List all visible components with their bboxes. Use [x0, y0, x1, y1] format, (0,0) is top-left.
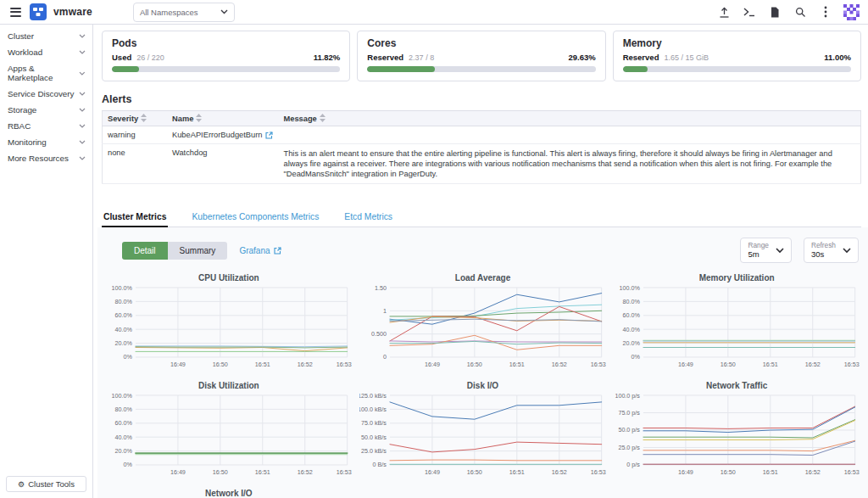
- svg-text:16:53: 16:53: [590, 361, 605, 368]
- svg-text:16:49: 16:49: [678, 468, 693, 476]
- progress-fill: [112, 66, 139, 72]
- svg-text:60.0%: 60.0%: [623, 312, 641, 320]
- svg-text:16:49: 16:49: [170, 468, 186, 476]
- namespace-filter[interactable]: All Namespaces: [133, 3, 235, 22]
- alerts-col-message[interactable]: Message: [278, 111, 860, 126]
- svg-text:16:52: 16:52: [805, 468, 821, 476]
- svg-text:0: 0: [383, 354, 387, 361]
- sidebar-item-storage[interactable]: Storage: [0, 102, 92, 118]
- svg-text:16:51: 16:51: [763, 468, 778, 476]
- sidebar-nav: ClusterWorkloadApps & MarketplaceService…: [0, 25, 92, 166]
- alert-severity: none: [103, 144, 168, 184]
- detail-button[interactable]: Detail: [122, 242, 168, 260]
- card-metric-row: Reserved2.37 / 829.63%: [367, 53, 595, 62]
- chart-network-i-o: Network I/O60.0 kB/s50.0 kB/s40.0 kB/s30…: [105, 489, 353, 498]
- gear-icon: ⚙: [18, 480, 25, 489]
- chart-title: Network Traffic: [613, 381, 860, 390]
- svg-text:16:50: 16:50: [721, 361, 736, 368]
- chart-network-traffic: Network Traffic100.0 p/s75.0 p/s50.0 p/s…: [613, 381, 860, 477]
- alert-name-label: KubeAPIErrorBudgetBurn: [172, 131, 262, 139]
- alerts-title: Alerts: [102, 93, 861, 105]
- refresh-dropdown[interactable]: Refresh 30s: [804, 238, 859, 263]
- search-icon[interactable]: [791, 3, 810, 21]
- brand-label: vmware: [53, 6, 92, 18]
- card-metric-row: Reserved1.65 / 15 GiB11.00%: [623, 53, 851, 62]
- external-link-icon[interactable]: [265, 131, 273, 139]
- svg-text:16:51: 16:51: [509, 361, 524, 368]
- chevron-down-icon: [776, 248, 784, 254]
- sidebar-item-cluster[interactable]: Cluster: [0, 28, 92, 44]
- chevron-down-icon: [843, 248, 851, 254]
- svg-text:16:53: 16:53: [590, 468, 605, 476]
- rancher-logo-icon[interactable]: [30, 3, 47, 20]
- progress-bar: [623, 66, 851, 72]
- sidebar-item-workload[interactable]: Workload: [0, 44, 92, 60]
- alert-name-label: Watchdog: [172, 148, 208, 157]
- file-icon[interactable]: [765, 3, 784, 21]
- series-load-6: [390, 319, 602, 322]
- cluster-tools-button[interactable]: ⚙ Cluster Tools: [6, 476, 86, 492]
- series-load-3: [390, 311, 602, 317]
- progress-bar: [112, 66, 340, 72]
- sidebar-item-monitoring[interactable]: Monitoring: [0, 134, 92, 150]
- external-link-icon: [274, 247, 281, 255]
- chart-plot-network-traffic: 100.0 p/s75.0 p/s50.0 p/s25.0 p/s0 p/s16…: [613, 392, 860, 477]
- tab-kubernetes-components-metrics[interactable]: Kubernetes Components Metrics: [190, 210, 320, 227]
- alerts-col-name[interactable]: Name: [167, 111, 278, 126]
- chevron-down-icon: [79, 124, 86, 128]
- chart-cpu-utilization: CPU Utilization100.0%80.0%60.0%40.0%20.0…: [105, 273, 353, 369]
- card-metric-label: Used: [112, 53, 131, 62]
- svg-text:16:52: 16:52: [298, 468, 313, 476]
- sidebar-item-label: RBAC: [8, 121, 31, 131]
- svg-text:40.0%: 40.0%: [623, 326, 641, 333]
- svg-text:100.0%: 100.0%: [620, 284, 641, 292]
- svg-text:100.0 p/s: 100.0 p/s: [615, 392, 641, 400]
- svg-text:80.0%: 80.0%: [115, 406, 133, 413]
- svg-text:1: 1: [383, 307, 387, 315]
- view-toggle: Detail Summary: [122, 242, 227, 260]
- card-metric-label: Reserved: [623, 53, 659, 62]
- svg-text:16:52: 16:52: [298, 361, 313, 368]
- tab-cluster-metrics[interactable]: Cluster Metrics: [102, 210, 168, 227]
- chevron-down-icon: [79, 108, 86, 112]
- svg-text:16:52: 16:52: [805, 361, 821, 368]
- menu-icon[interactable]: [8, 6, 23, 19]
- card-percent: 11.00%: [824, 53, 851, 62]
- svg-text:125.0 kB/s: 125.0 kB/s: [359, 392, 387, 400]
- svg-text:50.0 kB/s: 50.0 kB/s: [361, 434, 387, 441]
- kubectl-shell-icon[interactable]: [740, 3, 759, 21]
- main-content: PodsUsed26 / 22011.82%CoresReserved2.37 …: [94, 25, 868, 498]
- kebab-menu-icon[interactable]: [816, 3, 835, 21]
- chart-plot-cpu-utilization: 100.0%80.0%60.0%40.0%20.0%0%16:4916:5016…: [105, 284, 353, 369]
- svg-text:16:51: 16:51: [255, 361, 270, 368]
- sidebar-item-apps-marketplace[interactable]: Apps & Marketplace: [0, 60, 92, 86]
- range-dropdown[interactable]: Range 5m: [740, 238, 791, 263]
- sidebar-item-more-resources[interactable]: More Resources: [0, 150, 92, 166]
- svg-text:60.0%: 60.0%: [115, 420, 133, 428]
- resource-cards: PodsUsed26 / 22011.82%CoresReserved2.37 …: [94, 25, 868, 81]
- chart-title: Memory Utilization: [613, 273, 860, 283]
- card-metric-row: Used26 / 22011.82%: [112, 53, 340, 62]
- chevron-down-icon: [79, 34, 86, 38]
- svg-text:16:51: 16:51: [763, 361, 778, 368]
- chevron-down-icon: [79, 92, 86, 96]
- grafana-link[interactable]: Grafana: [239, 246, 281, 255]
- logo-glyph-icon: [32, 6, 44, 18]
- app: vmware All Namespaces: [0, 0, 868, 498]
- alerts-col-severity[interactable]: Severity: [103, 111, 168, 126]
- svg-text:1.50: 1.50: [375, 284, 387, 292]
- svg-text:16:50: 16:50: [467, 361, 482, 368]
- chart-disk-i-o: Disk I/O125.0 kB/s100.0 kB/s75.0 kB/s50.…: [359, 381, 607, 477]
- tab-etcd-metrics[interactable]: Etcd Metrics: [342, 210, 394, 227]
- sidebar-item-rbac[interactable]: RBAC: [0, 118, 92, 134]
- sort-icon: [320, 114, 326, 122]
- sidebar-item-service-discovery[interactable]: Service Discovery: [0, 86, 92, 102]
- svg-text:16:51: 16:51: [509, 468, 524, 476]
- card-metric-value: 1.65 / 15 GiB: [664, 53, 709, 62]
- svg-text:16:53: 16:53: [844, 361, 860, 368]
- user-avatar[interactable]: [843, 4, 860, 20]
- summary-button[interactable]: Summary: [168, 242, 228, 260]
- upload-icon[interactable]: [715, 3, 733, 21]
- chart-memory-utilization: Memory Utilization100.0%80.0%60.0%40.0%2…: [613, 273, 860, 369]
- svg-text:75.0 p/s: 75.0 p/s: [619, 409, 641, 417]
